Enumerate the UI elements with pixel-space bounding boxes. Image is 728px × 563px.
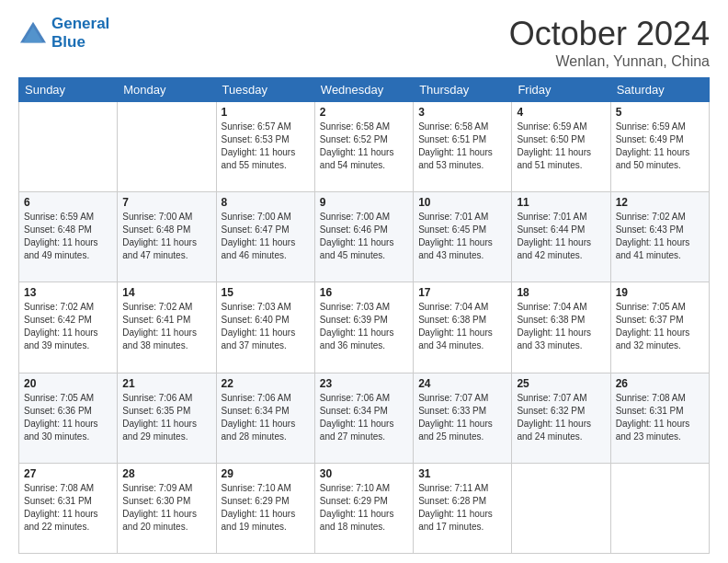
page: General Blue October 2024 Wenlan, Yunnan… [0, 0, 728, 563]
calendar-cell: 3Sunrise: 6:58 AMSunset: 6:51 PMDaylight… [414, 102, 512, 192]
day-number: 9 [320, 196, 408, 209]
day-number: 24 [418, 377, 506, 390]
day-number: 7 [122, 196, 210, 209]
day-number: 4 [517, 106, 605, 119]
calendar-cell [19, 102, 118, 192]
day-info: Sunrise: 7:02 AMSunset: 6:41 PMDaylight:… [122, 301, 210, 352]
day-info: Sunrise: 7:01 AMSunset: 6:44 PMDaylight:… [517, 211, 605, 262]
day-number: 14 [122, 286, 210, 299]
day-number: 13 [24, 286, 112, 299]
calendar-cell: 25Sunrise: 7:07 AMSunset: 6:32 PMDayligh… [512, 373, 610, 463]
calendar-cell: 14Sunrise: 7:02 AMSunset: 6:41 PMDayligh… [118, 282, 216, 373]
day-info: Sunrise: 6:59 AMSunset: 6:49 PMDaylight:… [616, 121, 704, 172]
day-info: Sunrise: 7:11 AMSunset: 6:28 PMDaylight:… [418, 482, 506, 534]
calendar-week-row: 1Sunrise: 6:57 AMSunset: 6:53 PMDaylight… [19, 102, 710, 192]
day-number: 20 [24, 377, 112, 390]
day-info: Sunrise: 7:06 AMSunset: 6:35 PMDaylight:… [122, 392, 210, 443]
day-info: Sunrise: 7:08 AMSunset: 6:31 PMDaylight:… [616, 392, 704, 443]
calendar-cell: 6Sunrise: 6:59 AMSunset: 6:48 PMDaylight… [19, 192, 118, 282]
calendar-cell: 1Sunrise: 6:57 AMSunset: 6:53 PMDaylight… [216, 102, 314, 192]
calendar-cell: 19Sunrise: 7:05 AMSunset: 6:37 PMDayligh… [610, 282, 709, 373]
calendar-cell: 26Sunrise: 7:08 AMSunset: 6:31 PMDayligh… [610, 373, 709, 463]
calendar-cell: 2Sunrise: 6:58 AMSunset: 6:52 PMDaylight… [314, 102, 413, 192]
calendar-cell: 16Sunrise: 7:03 AMSunset: 6:39 PMDayligh… [314, 282, 413, 373]
day-number: 6 [24, 196, 112, 209]
day-info: Sunrise: 7:02 AMSunset: 6:42 PMDaylight:… [24, 301, 112, 352]
day-number: 16 [320, 286, 408, 299]
calendar-header-wednesday: Wednesday [314, 78, 413, 102]
month-title: October 2024 [509, 15, 710, 53]
day-number: 10 [418, 196, 506, 209]
calendar-cell: 21Sunrise: 7:06 AMSunset: 6:35 PMDayligh… [118, 373, 216, 463]
day-number: 3 [418, 106, 506, 119]
day-number: 12 [616, 196, 704, 209]
day-info: Sunrise: 7:01 AMSunset: 6:45 PMDaylight:… [418, 211, 506, 262]
day-number: 17 [418, 286, 506, 299]
day-number: 29 [222, 467, 310, 480]
day-number: 18 [517, 286, 605, 299]
calendar-header-row: SundayMondayTuesdayWednesdayThursdayFrid… [19, 78, 710, 102]
day-info: Sunrise: 7:05 AMSunset: 6:37 PMDaylight:… [616, 301, 704, 352]
header: General Blue October 2024 Wenlan, Yunnan… [18, 15, 710, 70]
day-number: 28 [122, 467, 210, 480]
calendar-cell: 17Sunrise: 7:04 AMSunset: 6:38 PMDayligh… [414, 282, 512, 373]
calendar-cell: 30Sunrise: 7:10 AMSunset: 6:29 PMDayligh… [314, 463, 413, 553]
logo-icon [18, 20, 48, 46]
day-info: Sunrise: 7:04 AMSunset: 6:38 PMDaylight:… [517, 301, 605, 352]
day-number: 21 [122, 377, 210, 390]
day-number: 19 [616, 286, 704, 299]
day-info: Sunrise: 7:07 AMSunset: 6:32 PMDaylight:… [517, 392, 605, 443]
calendar-cell: 7Sunrise: 7:00 AMSunset: 6:48 PMDaylight… [118, 192, 216, 282]
calendar-header-saturday: Saturday [610, 78, 709, 102]
calendar-header-thursday: Thursday [414, 78, 512, 102]
day-number: 5 [616, 106, 704, 119]
day-info: Sunrise: 7:00 AMSunset: 6:48 PMDaylight:… [122, 211, 210, 262]
location-subtitle: Wenlan, Yunnan, China [509, 53, 710, 70]
day-info: Sunrise: 7:10 AMSunset: 6:29 PMDaylight:… [222, 482, 310, 534]
calendar-header-friday: Friday [512, 78, 610, 102]
calendar-cell [512, 463, 610, 553]
title-block: October 2024 Wenlan, Yunnan, China [509, 15, 710, 70]
day-number: 30 [320, 467, 408, 480]
day-info: Sunrise: 7:00 AMSunset: 6:47 PMDaylight:… [222, 211, 310, 262]
calendar-cell: 29Sunrise: 7:10 AMSunset: 6:29 PMDayligh… [216, 463, 314, 553]
day-number: 8 [222, 196, 310, 209]
day-number: 22 [222, 377, 310, 390]
calendar-cell: 31Sunrise: 7:11 AMSunset: 6:28 PMDayligh… [414, 463, 512, 553]
day-info: Sunrise: 7:00 AMSunset: 6:46 PMDaylight:… [320, 211, 408, 262]
calendar-cell: 10Sunrise: 7:01 AMSunset: 6:45 PMDayligh… [414, 192, 512, 282]
calendar-week-row: 6Sunrise: 6:59 AMSunset: 6:48 PMDaylight… [19, 192, 710, 282]
calendar-cell: 12Sunrise: 7:02 AMSunset: 6:43 PMDayligh… [610, 192, 709, 282]
calendar-cell: 24Sunrise: 7:07 AMSunset: 6:33 PMDayligh… [414, 373, 512, 463]
calendar-cell: 28Sunrise: 7:09 AMSunset: 6:30 PMDayligh… [118, 463, 216, 553]
calendar-cell: 9Sunrise: 7:00 AMSunset: 6:46 PMDaylight… [314, 192, 413, 282]
day-number: 26 [616, 377, 704, 390]
calendar-cell: 27Sunrise: 7:08 AMSunset: 6:31 PMDayligh… [19, 463, 118, 553]
day-info: Sunrise: 6:58 AMSunset: 6:52 PMDaylight:… [320, 121, 408, 172]
calendar-week-row: 20Sunrise: 7:05 AMSunset: 6:36 PMDayligh… [19, 373, 710, 463]
calendar-cell: 8Sunrise: 7:00 AMSunset: 6:47 PMDaylight… [216, 192, 314, 282]
calendar-table: SundayMondayTuesdayWednesdayThursdayFrid… [18, 77, 710, 554]
day-info: Sunrise: 6:59 AMSunset: 6:48 PMDaylight:… [24, 211, 112, 262]
day-number: 27 [24, 467, 112, 480]
logo-text: General Blue [51, 15, 109, 51]
calendar-cell: 4Sunrise: 6:59 AMSunset: 6:50 PMDaylight… [512, 102, 610, 192]
day-number: 15 [222, 286, 310, 299]
day-info: Sunrise: 7:06 AMSunset: 6:34 PMDaylight:… [320, 392, 408, 443]
day-info: Sunrise: 7:03 AMSunset: 6:40 PMDaylight:… [222, 301, 310, 352]
day-number: 1 [222, 106, 310, 119]
day-info: Sunrise: 7:07 AMSunset: 6:33 PMDaylight:… [418, 392, 506, 443]
calendar-cell [610, 463, 709, 553]
day-info: Sunrise: 7:02 AMSunset: 6:43 PMDaylight:… [616, 211, 704, 262]
calendar-cell: 11Sunrise: 7:01 AMSunset: 6:44 PMDayligh… [512, 192, 610, 282]
day-number: 23 [320, 377, 408, 390]
day-info: Sunrise: 6:59 AMSunset: 6:50 PMDaylight:… [517, 121, 605, 172]
calendar-week-row: 13Sunrise: 7:02 AMSunset: 6:42 PMDayligh… [19, 282, 710, 373]
day-info: Sunrise: 7:09 AMSunset: 6:30 PMDaylight:… [122, 482, 210, 534]
calendar-cell: 18Sunrise: 7:04 AMSunset: 6:38 PMDayligh… [512, 282, 610, 373]
calendar-header-sunday: Sunday [19, 78, 118, 102]
day-number: 31 [418, 467, 506, 480]
calendar-cell: 13Sunrise: 7:02 AMSunset: 6:42 PMDayligh… [19, 282, 118, 373]
day-number: 2 [320, 106, 408, 119]
day-info: Sunrise: 7:03 AMSunset: 6:39 PMDaylight:… [320, 301, 408, 352]
